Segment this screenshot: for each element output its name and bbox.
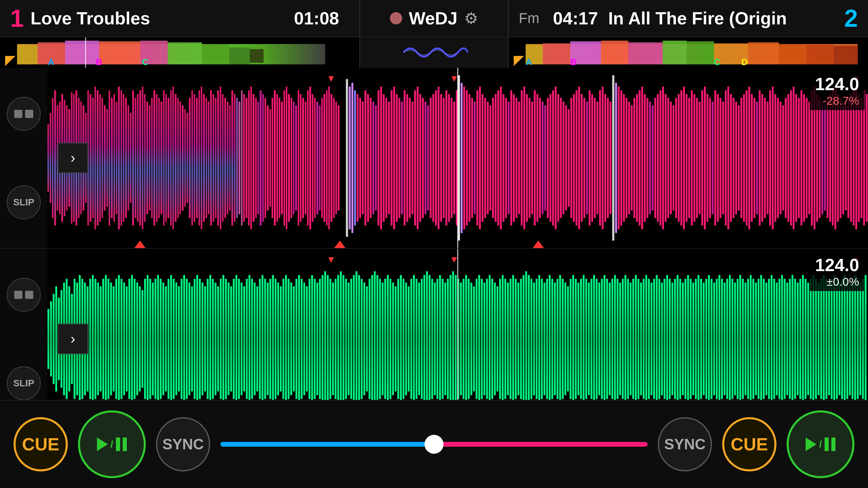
svg-rect-86 (165, 94, 167, 222)
svg-rect-177 (391, 90, 393, 226)
svg-rect-291 (688, 98, 690, 218)
play-btn-left[interactable]: / (78, 410, 146, 478)
svg-rect-71 (130, 113, 131, 203)
svg-rect-109 (220, 86, 221, 229)
svg-rect-390 (115, 279, 117, 399)
svg-rect-583 (619, 283, 621, 395)
svg-rect-501 (405, 283, 407, 395)
svg-rect-476 (340, 271, 342, 407)
svg-rect-277 (652, 105, 654, 210)
svg-rect-569 (583, 275, 585, 403)
svg-rect-317 (756, 102, 758, 215)
svg-rect-301 (714, 90, 716, 226)
svg-rect-67 (121, 90, 122, 226)
svg-rect-648 (789, 279, 791, 399)
svg-rect-353 (850, 94, 852, 222)
svg-rect-300 (712, 102, 714, 215)
svg-rect-356 (858, 94, 860, 222)
svg-rect-464 (309, 279, 311, 399)
svg-rect-615 (703, 283, 705, 395)
svg-rect-161 (349, 86, 351, 229)
svg-rect-144 (302, 98, 304, 218)
svg-rect-149 (314, 98, 316, 218)
svg-rect-303 (719, 98, 722, 218)
svg-rect-344 (827, 98, 829, 218)
svg-rect-102 (203, 94, 205, 222)
forward-btn-1[interactable]: › (58, 143, 88, 173)
svg-rect-579 (609, 283, 611, 395)
svg-rect-518 (450, 275, 452, 403)
svg-rect-235 (542, 102, 544, 215)
sync-btn-right[interactable]: SYNC (658, 417, 712, 471)
svg-rect-210 (476, 90, 478, 226)
deck-mode-btn-2[interactable] (7, 278, 41, 312)
svg-rect-121 (248, 90, 250, 226)
svg-rect-662 (826, 279, 828, 399)
svg-rect-527 (473, 286, 475, 391)
crossfader-left-fill (220, 442, 434, 447)
svg-rect-283 (667, 98, 669, 218)
deck-mode-btn-1[interactable] (7, 97, 41, 131)
svg-rect-625 (729, 275, 731, 403)
svg-rect-228 (524, 86, 526, 229)
left-controls-top: SLIP (0, 68, 47, 248)
bpm-display-1: 124.0 -28.7% (810, 71, 865, 110)
svg-rect-285 (673, 105, 675, 210)
crossfader[interactable] (220, 442, 648, 447)
svg-rect-420 (194, 279, 196, 399)
svg-rect-469 (322, 275, 324, 403)
svg-rect-546 (522, 275, 525, 403)
svg-rect-486 (366, 286, 368, 391)
gear-icon[interactable]: ⚙ (464, 9, 478, 27)
svg-rect-453 (280, 286, 282, 391)
svg-rect-406 (157, 275, 159, 403)
svg-rect-421 (196, 275, 198, 403)
svg-rect-570 (585, 279, 587, 399)
cue-btn-right[interactable]: CUE (722, 417, 776, 471)
svg-rect-455 (285, 275, 287, 403)
svg-rect-167 (364, 90, 367, 226)
svg-rect-272 (639, 90, 641, 226)
svg-rect-660 (820, 279, 822, 399)
crossfader-thumb[interactable] (425, 435, 443, 454)
svg-rect-447 (264, 279, 266, 399)
svg-rect-603 (671, 283, 673, 395)
svg-rect-613 (697, 275, 699, 403)
svg-rect-173 (380, 86, 382, 229)
slip-btn-2[interactable]: SLIP (7, 366, 41, 400)
svg-rect-349 (840, 98, 842, 218)
svg-rect-428 (215, 283, 217, 395)
center-panel: WeDJ ⚙ (359, 0, 509, 37)
svg-rect-278 (654, 98, 656, 218)
svg-rect-92 (179, 102, 181, 215)
svg-rect-211 (479, 86, 481, 229)
svg-rect-506 (418, 283, 420, 395)
svg-rect-318 (759, 90, 761, 226)
cue-btn-left[interactable]: CUE (14, 417, 68, 471)
svg-rect-266 (623, 94, 625, 222)
svg-text:C: C (714, 57, 721, 67)
svg-rect-114 (231, 90, 233, 226)
svg-rect-142 (298, 90, 299, 226)
slip-btn-1[interactable]: SLIP (7, 185, 41, 219)
svg-rect-169 (370, 98, 372, 218)
sync-btn-left[interactable]: SYNC (156, 417, 210, 471)
svg-rect-451 (275, 279, 277, 399)
svg-rect-163 (354, 90, 356, 226)
svg-rect-273 (641, 86, 643, 229)
play-btn-right[interactable]: / (787, 410, 854, 478)
svg-rect-627 (734, 283, 736, 395)
marker-top-1: ▼ (327, 73, 336, 84)
forward-btn-2[interactable]: › (58, 324, 88, 354)
svg-rect-345 (829, 94, 831, 222)
svg-rect-525 (468, 279, 470, 399)
svg-rect-407 (160, 279, 162, 399)
svg-rect-467 (316, 283, 318, 395)
svg-rect-382 (95, 279, 97, 399)
svg-rect-388 (110, 283, 112, 395)
svg-rect-251 (584, 98, 586, 218)
marker-top-2b: ▼ (450, 254, 459, 265)
svg-rect-538 (502, 275, 504, 403)
svg-rect-85 (163, 90, 164, 226)
svg-rect-279 (657, 94, 659, 222)
